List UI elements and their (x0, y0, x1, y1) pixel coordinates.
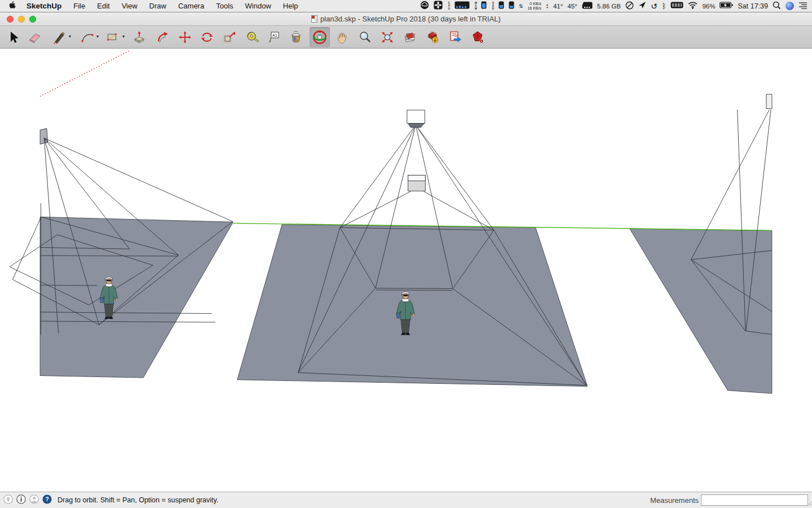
menu-edit[interactable]: Edit (97, 2, 109, 10)
network-speed[interactable]: 0 KB/s 16 KB/s (527, 2, 541, 11)
rotate-tool-button[interactable] (197, 27, 217, 47)
time-machine-icon[interactable]: ↺ (651, 2, 657, 10)
eraser-tool-button[interactable] (25, 27, 45, 47)
disk-free-space[interactable]: 5.86 GB (597, 3, 621, 10)
creative-cloud-icon[interactable] (420, 1, 429, 11)
temp-sensor-2[interactable]: 45° (567, 3, 577, 10)
menu-window[interactable]: Window (245, 2, 271, 10)
rectangle-flyout-caret[interactable]: ▾ (122, 34, 125, 39)
arc-flyout-caret[interactable]: ▾ (96, 34, 99, 39)
scale-tool-button[interactable] (219, 27, 240, 47)
bluetooth-icon[interactable]: ᛒ (662, 2, 667, 10)
window-resize-grip[interactable] (807, 500, 812, 508)
temp-sensor-1[interactable]: 41° (553, 3, 563, 10)
spotlight-icon[interactable] (773, 1, 781, 11)
select-tool-button[interactable] (3, 27, 24, 47)
document-icon (311, 15, 317, 24)
ssd-gauge[interactable] (498, 1, 504, 11)
geolocation-icon[interactable] (3, 494, 13, 506)
menu-bar: SketchUp File Edit View Draw Camera Tool… (0, 0, 812, 12)
menu-file[interactable]: File (73, 2, 85, 10)
svg-text:?: ? (45, 496, 48, 502)
tape-measure-tool-button[interactable] (242, 27, 263, 47)
disk-icon (582, 2, 593, 11)
siri-icon[interactable] (785, 2, 794, 10)
keyboard-battery-icon[interactable] (670, 2, 683, 10)
toolbar: ▾ ▾ ▾ A1 (0, 26, 812, 49)
orbit-tool-button[interactable] (310, 27, 330, 47)
text-tool-button[interactable]: A1 (264, 27, 285, 47)
help-icon[interactable]: ? (42, 494, 52, 506)
move-tool-button[interactable] (175, 27, 195, 47)
arc-tool-button[interactable] (77, 27, 98, 47)
location-icon[interactable] (638, 1, 646, 11)
menu-camera[interactable]: Camera (178, 2, 204, 10)
menu-view[interactable]: View (122, 2, 138, 10)
send-to-layout-button[interactable] (445, 27, 465, 47)
apple-menu-icon[interactable] (8, 1, 16, 11)
status-bar: ? Drag to orbit. Shift = Pan, Option = s… (0, 492, 812, 508)
menu-draw[interactable]: Draw (149, 2, 166, 10)
menu-clock[interactable]: Sat 17:39 (738, 2, 768, 10)
wifi-icon[interactable] (688, 2, 698, 11)
viewport-canvas[interactable] (0, 49, 812, 492)
extension-warehouse-button[interactable] (467, 27, 488, 47)
cpu-label: CPU (447, 2, 450, 10)
zoom-tool-button[interactable] (355, 27, 375, 47)
push-pull-tool-button[interactable] (129, 27, 149, 47)
line-flyout-caret[interactable]: ▾ (69, 34, 71, 39)
notification-center-icon[interactable] (798, 2, 807, 11)
menu-help[interactable]: Help (283, 2, 298, 10)
mem-gauge[interactable] (481, 1, 487, 11)
person-account-icon[interactable] (29, 494, 39, 506)
zoom-extents-tool-button[interactable] (377, 27, 398, 47)
drawing-viewport[interactable] (0, 49, 812, 492)
svg-text:A1: A1 (272, 33, 277, 37)
net-arrow-icons: ▲▼ (546, 3, 549, 9)
red-dotted-guide-line (40, 50, 130, 97)
measurements-label: Measurements (650, 496, 699, 505)
ssd-label: SSD (491, 2, 494, 10)
rectangle-tool-button[interactable] (102, 27, 122, 47)
window-title: plan3d.skp - SketchUp Pro 2018 (30 days … (0, 15, 812, 24)
ground-plane-right (630, 229, 772, 393)
app-menu-sketchup[interactable]: SketchUp (27, 2, 61, 10)
disk-activity-gauge[interactable] (509, 1, 514, 11)
status-hint-text: Drag to orbit. Shift = Pan, Option = sus… (58, 496, 218, 504)
paint-bucket-tool-button[interactable] (286, 27, 306, 47)
battery-percentage: 96% (702, 3, 715, 10)
line-tool-button[interactable] (49, 27, 69, 47)
mem-label: MEM (474, 2, 477, 10)
measurements-input[interactable] (701, 494, 808, 506)
share-model-button[interactable] (422, 27, 443, 47)
follow-me-tool-button[interactable] (153, 27, 173, 47)
menu-tools[interactable]: Tools (216, 2, 233, 10)
do-not-disturb-icon[interactable] (625, 1, 634, 11)
istat-fan-icon[interactable] (434, 1, 443, 11)
battery-charging-icon[interactable] (720, 2, 733, 10)
cpu-graph[interactable] (454, 1, 470, 11)
updown-arrows-icon: ⇅ (519, 3, 523, 9)
info-icon[interactable] (16, 494, 26, 506)
window-title-bar[interactable]: plan3d.skp - SketchUp Pro 2018 (30 days … (0, 12, 812, 26)
get-models-button[interactable] (400, 27, 420, 47)
pan-tool-button[interactable] (332, 27, 352, 47)
ground-plane-left (40, 217, 233, 378)
